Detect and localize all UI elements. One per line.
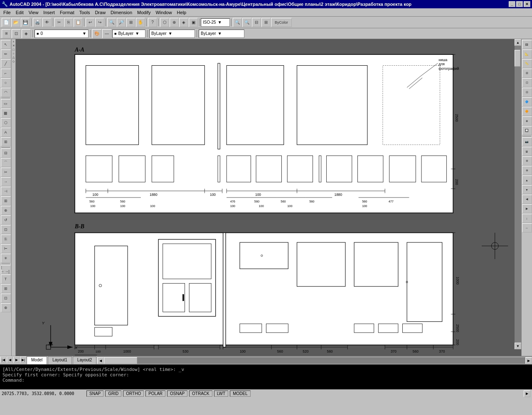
minimize-button[interactable]: _ bbox=[509, 1, 515, 7]
copy-button[interactable]: ⎘ bbox=[64, 18, 73, 27]
ortho-button[interactable]: ORTHO bbox=[123, 390, 144, 397]
rp-btn-9[interactable]: ◈ bbox=[522, 116, 532, 126]
menu-draw[interactable]: Draw bbox=[92, 9, 108, 16]
color-dropdown[interactable]: ■ ByLayer ▼ bbox=[112, 30, 145, 38]
undo-button[interactable]: ↩ bbox=[86, 18, 95, 27]
preview-button[interactable]: 👁 bbox=[42, 18, 52, 27]
menu-file[interactable]: File bbox=[1, 9, 13, 16]
grid-button[interactable]: GRID bbox=[105, 390, 121, 397]
lt-dim-lin[interactable]: |←→| bbox=[1, 265, 11, 274]
maximize-button[interactable]: □ bbox=[516, 1, 523, 7]
lt-extend[interactable]: → bbox=[1, 177, 11, 186]
layer-btn-3[interactable]: ◈ bbox=[22, 29, 31, 38]
lt-select[interactable]: ↖ bbox=[1, 40, 11, 49]
tb-btn-4[interactable]: ▣ bbox=[189, 18, 198, 27]
menu-tools[interactable]: Tools bbox=[77, 9, 93, 16]
lt-insert[interactable]: ⊞ bbox=[1, 137, 11, 146]
lwt-button[interactable]: LWT bbox=[214, 390, 228, 397]
lt-break[interactable]: ⊢ bbox=[1, 244, 11, 253]
lt-trim[interactable]: ✂ bbox=[1, 168, 11, 177]
rp-btn-18[interactable]: ▶ bbox=[522, 204, 532, 213]
iso-dropdown[interactable]: ISO-25 ▼ bbox=[201, 18, 230, 27]
bycolor-btn[interactable]: ByColor bbox=[271, 18, 292, 27]
rp-btn-13[interactable]: ⊕ bbox=[522, 156, 532, 166]
lt-copy[interactable]: ⎘ bbox=[1, 235, 11, 244]
lt-text[interactable]: A bbox=[1, 128, 11, 137]
scroll-down-button[interactable]: ▼ bbox=[515, 343, 521, 349]
tab-layout1[interactable]: Layout1 bbox=[48, 356, 72, 364]
cut-button[interactable]: ✂ bbox=[54, 18, 64, 27]
command-area[interactable]: [All/Center/Dynamic/Extents/Previous/Sca… bbox=[0, 364, 532, 389]
lt-offset[interactable]: ⊟ bbox=[1, 148, 11, 158]
tab-model[interactable]: Model bbox=[27, 356, 47, 364]
layer-dropdown[interactable]: ■ 0 ▼ bbox=[34, 30, 89, 38]
help-button[interactable]: ? bbox=[148, 18, 157, 27]
lt-circle[interactable]: ○ bbox=[1, 78, 11, 87]
lt-rotate[interactable]: ↺ bbox=[1, 215, 11, 225]
menu-edit[interactable]: Edit bbox=[13, 9, 26, 16]
lt-rect[interactable]: ▭ bbox=[1, 99, 11, 108]
tb-zoom-4[interactable]: ⊞ bbox=[261, 18, 271, 27]
rp-btn-3[interactable]: 📏 bbox=[522, 59, 532, 68]
lt-fillet[interactable]: ⌒ bbox=[1, 158, 11, 167]
linetype-dropdown[interactable]: ByLayer ▼ bbox=[149, 30, 195, 38]
menu-dimension[interactable]: Dimension bbox=[108, 9, 135, 16]
menu-modify[interactable]: Modify bbox=[135, 9, 153, 16]
tab-nav-left-2[interactable]: ◀ bbox=[7, 356, 13, 363]
menu-view[interactable]: View bbox=[26, 9, 41, 16]
pan-button[interactable]: ✋ bbox=[136, 18, 145, 27]
save-button[interactable]: 💾 bbox=[21, 18, 30, 27]
osnap-button[interactable]: OSNAP bbox=[167, 390, 187, 397]
scroll-right-button[interactable]: ▶ bbox=[525, 357, 532, 364]
lt-osnap[interactable]: ⊕ bbox=[1, 303, 11, 312]
color-btn[interactable]: 🎨 bbox=[92, 29, 101, 38]
model-button[interactable]: MODEL bbox=[230, 390, 251, 397]
tb-zoom-3[interactable]: ⊟ bbox=[252, 18, 261, 27]
tb-btn-1[interactable]: ⬡ bbox=[160, 18, 169, 27]
new-button[interactable]: 📄 bbox=[2, 18, 11, 27]
lt-line[interactable]: ╱ bbox=[1, 59, 11, 68]
rp-btn-20[interactable]: ↔ bbox=[522, 223, 532, 232]
lt-arc[interactable]: ◠ bbox=[1, 88, 11, 97]
titlebar-controls[interactable]: _ □ ✕ bbox=[509, 1, 530, 7]
rp-btn-2[interactable]: 📐 bbox=[522, 49, 532, 59]
rp-btn-7[interactable]: 🔷 bbox=[522, 97, 532, 106]
tab-layout2[interactable]: Layout2 bbox=[73, 356, 97, 364]
paste-button[interactable]: 📋 bbox=[74, 18, 83, 27]
v-scrollbar[interactable]: ▲ ▼ bbox=[515, 39, 521, 349]
lt-hatch[interactable]: ▦ bbox=[1, 109, 11, 118]
lt-region[interactable]: ⬡ bbox=[1, 118, 11, 127]
snap-button[interactable]: SNAP bbox=[86, 390, 103, 397]
layer-props-button[interactable]: ⊞ bbox=[2, 29, 11, 38]
menu-format[interactable]: Format bbox=[57, 9, 77, 16]
scroll-left-button[interactable]: ◀ bbox=[97, 357, 104, 364]
lt-grid[interactable]: ⊞ bbox=[1, 284, 11, 293]
h-scroll-thumb[interactable] bbox=[104, 357, 137, 364]
rp-btn-10[interactable]: 🔲 bbox=[522, 126, 532, 135]
rp-btn-5[interactable]: ⊡ bbox=[522, 78, 532, 87]
tb-btn-3[interactable]: ◈ bbox=[179, 18, 188, 27]
layer-btn-2[interactable]: ⊡ bbox=[12, 29, 21, 38]
lt-polyline[interactable]: ⌐ bbox=[1, 69, 11, 78]
statusbar-expand[interactable]: ▶ bbox=[524, 390, 530, 397]
rp-btn-14[interactable]: ⊗ bbox=[522, 166, 532, 175]
menu-insert[interactable]: Insert bbox=[41, 9, 57, 16]
tab-nav-left-1[interactable]: |◀ bbox=[0, 356, 7, 363]
zoom-ext-button[interactable]: ⊞ bbox=[126, 18, 135, 27]
open-button[interactable]: 📂 bbox=[11, 18, 20, 27]
lt-explode[interactable]: ✳ bbox=[1, 254, 11, 263]
rp-btn-1[interactable]: 🖼 bbox=[522, 40, 532, 49]
lt-erase[interactable]: ✏ bbox=[1, 49, 11, 59]
canvas-area[interactable]: + ✕ □ ○ △ ◇ A-A bbox=[12, 39, 532, 356]
tb-btn-2[interactable]: ⊕ bbox=[170, 18, 179, 27]
lt-array[interactable]: ⊞ bbox=[1, 196, 11, 205]
zoom-win-button[interactable]: 🔍 bbox=[107, 18, 116, 27]
rp-btn-17[interactable]: ◀ bbox=[522, 195, 532, 204]
lt-snap[interactable]: ⊡ bbox=[1, 294, 11, 303]
rp-btn-6[interactable]: ⊟ bbox=[522, 88, 532, 97]
polar-button[interactable]: POLAR bbox=[145, 390, 165, 397]
lineweight-dropdown[interactable]: ByLayer ▼ bbox=[199, 30, 244, 38]
close-button[interactable]: ✕ bbox=[524, 1, 530, 7]
lt-scale[interactable]: ⊡ bbox=[1, 225, 11, 234]
tb-zoom-1[interactable]: 🔍 bbox=[233, 18, 242, 27]
